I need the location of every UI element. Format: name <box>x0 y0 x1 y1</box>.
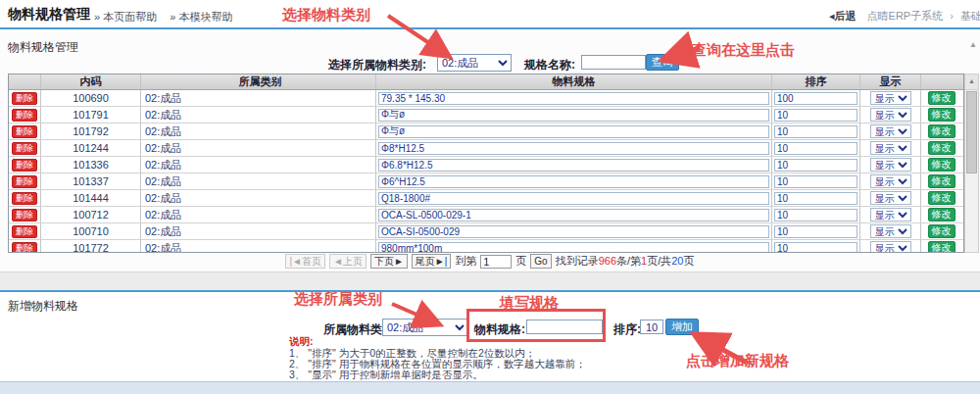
modify-button[interactable]: 修改 <box>928 141 956 155</box>
row-order-input[interactable] <box>774 175 858 188</box>
row-category: 02:成品 <box>140 173 375 189</box>
table-row: 删除 101337 02:成品 显示 修改 <box>9 172 963 189</box>
row-order-input[interactable] <box>774 125 858 138</box>
row-display-select[interactable]: 显示 <box>870 174 911 188</box>
row-order-input[interactable] <box>774 109 858 122</box>
row-display-select[interactable]: 显示 <box>870 141 911 155</box>
filter-category-select[interactable]: 02:成品 <box>437 54 512 72</box>
scrollbar-up-icon[interactable]: ▲ <box>965 74 978 90</box>
table-scrollbar[interactable]: ▲ <box>964 74 979 253</box>
delete-button[interactable]: 删除 <box>12 242 37 254</box>
annotation-fill-spec: 填写规格 <box>500 294 559 313</box>
table-row: 删除 101772 02:成品 显示 修改 <box>9 239 963 253</box>
header-delete-col <box>9 74 40 89</box>
row-display-select[interactable]: 显示 <box>870 108 911 122</box>
row-spec-input[interactable] <box>378 175 769 188</box>
row-code: 101337 <box>40 173 140 189</box>
next-page-button[interactable]: 下页► <box>370 254 408 269</box>
row-spec-input[interactable] <box>378 192 769 205</box>
add-category-select[interactable]: 02:成品 <box>382 319 468 336</box>
table-row: 删除 101336 02:成品 显示 修改 <box>9 156 963 172</box>
back-link[interactable]: ◂后退 <box>829 10 857 22</box>
go-button[interactable]: Go <box>530 254 551 269</box>
modify-button[interactable]: 修改 <box>928 208 956 222</box>
row-code: 101336 <box>40 157 140 172</box>
delete-button[interactable]: 删除 <box>12 92 37 105</box>
annotation-click-search: 查询在这里点击 <box>692 41 795 60</box>
table-header-row: 内码 所属类别 物料规格 排序 显示 <box>9 74 963 90</box>
modify-button[interactable]: 修改 <box>928 108 956 122</box>
row-spec-input[interactable] <box>378 209 769 222</box>
delete-button[interactable]: 删除 <box>12 209 37 222</box>
row-spec-input[interactable] <box>378 125 769 138</box>
table-body: 删除 100690 02:成品 显示 修改 删除 101791 02:成品 显示… <box>9 90 963 253</box>
delete-button[interactable]: 删除 <box>12 175 37 188</box>
modify-button[interactable]: 修改 <box>928 191 956 205</box>
page-unit-label: 页 <box>515 254 526 269</box>
delete-button[interactable]: 删除 <box>12 192 37 205</box>
modify-button[interactable]: 修改 <box>928 174 956 188</box>
last-page-button[interactable]: 尾页►| <box>412 254 452 269</box>
delete-button[interactable]: 删除 <box>12 225 37 238</box>
row-display-select[interactable]: 显示 <box>870 158 911 172</box>
filter-spec-label: 规格名称: <box>524 57 575 74</box>
row-order-input[interactable] <box>774 159 858 172</box>
record-count: 966 <box>599 255 616 267</box>
table-row: 删除 101244 02:成品 显示 修改 <box>9 139 963 156</box>
table-row: 删除 100690 02:成品 显示 修改 <box>9 90 963 106</box>
row-code: 100710 <box>40 223 140 239</box>
row-code: 101791 <box>40 107 140 123</box>
note-line: 3、 "显示" 用于控制新增单据时是否显示。 <box>289 369 586 379</box>
row-spec-input[interactable] <box>378 225 769 238</box>
help-links: » 本页面帮助 » 本模块帮助 <box>94 10 242 25</box>
summary-prefix: 找到记录 <box>556 255 599 267</box>
row-display-select[interactable]: 显示 <box>870 208 911 222</box>
row-order-input[interactable] <box>774 209 858 222</box>
modify-button[interactable]: 修改 <box>928 124 956 138</box>
row-display-select[interactable]: 显示 <box>870 124 911 138</box>
prev-page-button[interactable]: ◄上页 <box>329 254 367 269</box>
row-spec-input[interactable] <box>378 142 769 155</box>
breadcrumb-system[interactable]: 点晴ERP子系统 <box>867 10 944 22</box>
add-button[interactable]: 增加 <box>665 319 699 335</box>
header-modify-col <box>920 74 961 89</box>
row-code: 101772 <box>40 240 140 253</box>
add-order-input[interactable] <box>640 320 663 334</box>
add-section-title: 新增物料规格 <box>8 298 78 315</box>
row-spec-input[interactable] <box>378 242 769 254</box>
row-order-input[interactable] <box>774 242 858 254</box>
collapse-panel-icon[interactable]: ▲ <box>969 40 977 49</box>
page-title: 物料规格管理 <box>8 6 90 24</box>
modify-button[interactable]: 修改 <box>928 91 956 105</box>
row-display-select[interactable]: 显示 <box>870 241 911 253</box>
modify-button[interactable]: 修改 <box>928 224 956 238</box>
row-spec-input[interactable] <box>378 109 769 122</box>
row-display-select[interactable]: 显示 <box>870 191 911 205</box>
row-spec-input[interactable] <box>378 159 769 172</box>
spec-table: 内码 所属类别 物料规格 排序 显示 删除 100690 02:成品 显示 修改… <box>8 74 964 253</box>
search-button[interactable]: 查询 <box>646 54 679 71</box>
scrollbar-thumb[interactable] <box>966 91 977 173</box>
total-pages: 20 <box>671 255 683 267</box>
row-order-input[interactable] <box>774 192 858 205</box>
modify-button[interactable]: 修改 <box>928 241 956 253</box>
page-help-link[interactable]: » 本页面帮助 <box>94 11 157 23</box>
top-header-bar: 物料规格管理 » 本页面帮助 » 本模块帮助 ◂后退 点晴ERP子系统 › 基础… <box>0 0 980 27</box>
page-number-input[interactable] <box>480 255 512 269</box>
breadcrumb-separator: › <box>950 10 954 22</box>
delete-button[interactable]: 删除 <box>12 125 37 138</box>
row-spec-input[interactable] <box>378 92 769 105</box>
module-help-link[interactable]: » 本模块帮助 <box>170 11 232 23</box>
row-order-input[interactable] <box>774 92 858 105</box>
row-display-select[interactable]: 显示 <box>870 91 911 105</box>
row-order-input[interactable] <box>774 142 858 155</box>
filter-spec-input[interactable] <box>581 55 646 70</box>
breadcrumb-section[interactable]: 基础资料维护 <box>960 10 980 22</box>
delete-button[interactable]: 删除 <box>12 109 37 122</box>
delete-button[interactable]: 删除 <box>12 142 37 155</box>
row-order-input[interactable] <box>774 225 858 238</box>
modify-button[interactable]: 修改 <box>928 158 956 172</box>
row-display-select[interactable]: 显示 <box>870 224 911 238</box>
delete-button[interactable]: 删除 <box>12 159 37 172</box>
first-page-button[interactable]: |◄首页 <box>285 254 325 269</box>
